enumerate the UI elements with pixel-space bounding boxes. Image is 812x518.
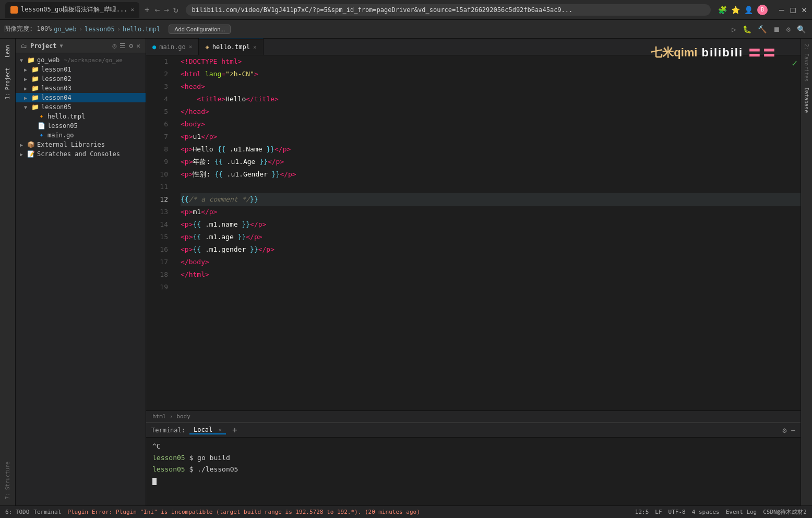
status-event-log[interactable]: Event Log	[726, 509, 757, 515]
terminal-cursor	[152, 478, 157, 485]
breadcrumb-lesson05: lesson05	[85, 26, 115, 33]
database-label[interactable]: Database	[804, 85, 809, 116]
new-tab-button[interactable]: +	[145, 5, 150, 15]
tree-item-lesson02[interactable]: ▶ 📁 lesson02	[16, 74, 146, 84]
tree-item-external-libs[interactable]: ▶ 📦 External Libraries	[16, 140, 146, 149]
tree-arrow-lesson04: ▶	[24, 95, 29, 101]
back-button[interactable]: ←	[155, 5, 160, 15]
terminal-header: Terminal: Local ✕ + ⚙ −	[146, 423, 801, 438]
add-config-button[interactable]: Add Configuration...	[169, 25, 231, 34]
code-line-1: <!DOCTYPE html>	[181, 55, 801, 68]
tree-root[interactable]: ▼ 📁 go_web ~/workspace/go_we	[16, 55, 146, 65]
lesson04-label: lesson04	[41, 94, 71, 101]
tree-item-lesson05[interactable]: ▼ 📁 lesson05	[16, 102, 146, 112]
project-panel: 🗂 Project ▼ ◎ ☰ ⚙ ✕ ▼ 📁 go_web ~/workspa…	[16, 39, 146, 505]
sidebar-structure-icon[interactable]: 7: Structure	[5, 460, 10, 501]
tree-item-main-go[interactable]: 🔹 main.go	[16, 131, 146, 140]
tree-item-lesson03[interactable]: ▶ 📁 lesson03	[16, 84, 146, 93]
debug-icon[interactable]: 🐛	[741, 24, 754, 34]
tree-item-scratches[interactable]: ▶ 📝 Scratches and Consoles	[16, 149, 146, 159]
tree-arrow-lesson01: ▶	[24, 67, 29, 73]
window-controls: — □ ✕	[779, 5, 807, 15]
breadcrumb-sep2: ›	[117, 26, 121, 33]
folder-icon-lesson04: 📁	[31, 94, 39, 101]
terminal-minimize-icon[interactable]: −	[791, 426, 795, 434]
status-charset: UTF-8	[668, 509, 686, 515]
lesson05dir-label: lesson05	[47, 122, 78, 130]
favorites-icon[interactable]: 2: Favorites	[804, 41, 809, 85]
ide-toolbar: 图像完度: 100% go_web › lesson05 › hello.tmp…	[0, 20, 812, 39]
right-sidebar: 2: Favorites Database	[801, 39, 812, 505]
prompt-dir-1: lesson05	[152, 454, 189, 462]
url-bar[interactable]: bilibili.com/video/BV1gJ411p7xC/?p=5&spm…	[186, 4, 711, 16]
code-editor[interactable]: 1 2 3 4 5 6 7 8 9 10 11 12 13 14 15 16 1…	[146, 55, 801, 410]
tab-close-hello-tmpl[interactable]: ✕	[253, 44, 257, 51]
maximize-btn[interactable]: □	[791, 5, 796, 15]
run-icon[interactable]: ▷	[730, 24, 738, 34]
breadcrumb-path: html › body	[152, 413, 190, 420]
extensions-icon[interactable]: 🧩	[718, 6, 727, 14]
search-icon[interactable]: 🔍	[795, 24, 808, 34]
close-btn[interactable]: ✕	[802, 5, 807, 15]
terminal-line-cursor	[152, 475, 794, 487]
tree-item-hello-tmpl[interactable]: 🔸 hello.tmpl	[16, 112, 146, 121]
prompt-sym-2: $	[189, 465, 197, 473]
sidebar-lean-icon[interactable]: Lean	[5, 43, 10, 60]
tree-item-lesson01[interactable]: ▶ 📁 lesson01	[16, 65, 146, 74]
tree-arrow-root: ▼	[20, 57, 25, 63]
tab-label-hello-tmpl: hello.tmpl	[212, 43, 250, 51]
tree-item-lesson04[interactable]: ▶ 📁 lesson04	[16, 93, 146, 102]
code-line-4: <title>Hello</title>	[181, 93, 801, 105]
cmd-build: go build	[197, 454, 230, 462]
hello-tmpl-label: hello.tmpl	[47, 113, 85, 120]
code-line-13: <p>m1</p>	[181, 206, 801, 218]
status-position: 12:5	[635, 509, 649, 515]
lesson03-label: lesson03	[41, 85, 71, 92]
code-line-7: <p>u1</p>	[181, 131, 801, 143]
tab-close-main-go[interactable]: ✕	[189, 43, 193, 50]
panel-settings-icon[interactable]: ⚙	[129, 42, 133, 50]
settings-icon[interactable]: ⚙	[784, 24, 793, 34]
terminal-actions: ⚙ −	[782, 426, 795, 434]
browser-tab[interactable]: lesson05_go模板语法详解_哔哩... ✕	[5, 2, 139, 18]
status-terminal[interactable]: Terminal	[33, 509, 61, 515]
status-todo[interactable]: 6: TODO	[5, 509, 29, 515]
stop-icon[interactable]: ⏹	[771, 24, 782, 34]
terminal-settings-icon[interactable]: ⚙	[782, 426, 786, 434]
panel-locate-icon[interactable]: ◎	[113, 42, 117, 50]
status-left: 6: TODO Terminal	[5, 509, 61, 515]
bilibili-ext-icon[interactable]: B	[757, 5, 768, 15]
panel-header: 🗂 Project ▼ ◎ ☰ ⚙ ✕	[16, 39, 146, 53]
ext-libs-label: External Libraries	[37, 141, 105, 148]
editor-area: ● main.go ✕ ◈ hello.tmpl ✕ 1 2 3 4 5 6 7…	[146, 39, 801, 505]
panel-close-icon[interactable]: ✕	[136, 42, 140, 50]
ide-main: Lean 1: Project 7: Structure 🗂 Project ▼…	[0, 39, 812, 505]
bookmark-icon[interactable]: ⭐	[731, 6, 740, 14]
terminal-add-icon[interactable]: +	[232, 425, 237, 435]
tab-hello-tmpl[interactable]: ◈ hello.tmpl ✕	[199, 39, 263, 55]
tab-main-go[interactable]: ● main.go ✕	[146, 39, 199, 55]
profile-icon[interactable]: 👤	[744, 6, 753, 14]
code-line-3: <head>	[181, 80, 801, 93]
file-icon-lesson05dir: 📄	[38, 122, 45, 130]
build-icon[interactable]: 🔨	[756, 24, 769, 34]
panel-compact-icon[interactable]: ☰	[120, 42, 126, 50]
terminal-close-icon[interactable]: ✕	[218, 427, 222, 433]
tree-item-lesson05-dir[interactable]: 📄 lesson05	[16, 121, 146, 131]
forward-button[interactable]: →	[164, 5, 169, 15]
file-icon-maingo: 🔹	[38, 132, 45, 139]
code-content[interactable]: <!DOCTYPE html> <html lang="zh-CN"> <hea…	[172, 55, 801, 410]
tab-close-btn[interactable]: ✕	[130, 6, 134, 13]
terminal-content[interactable]: ^C lesson05 $ go build lesson05 $ ./less…	[146, 438, 801, 505]
code-line-11	[181, 181, 801, 193]
terminal-tab-local[interactable]: Local ✕	[189, 426, 226, 434]
status-indent: 4 spaces	[692, 509, 720, 515]
maingo-label: main.go	[47, 132, 74, 139]
editor-tabs: ● main.go ✕ ◈ hello.tmpl ✕	[146, 39, 801, 55]
reload-button[interactable]: ↻	[173, 5, 178, 15]
zoom-label: 图像完度: 100%	[4, 25, 52, 33]
tree-arrow-scratches: ▶	[20, 151, 25, 157]
minimize-btn[interactable]: —	[779, 5, 784, 15]
sidebar-project-icon[interactable]: 1: Project	[5, 66, 10, 101]
status-csdn: CSDN@待木成材2	[763, 508, 807, 516]
